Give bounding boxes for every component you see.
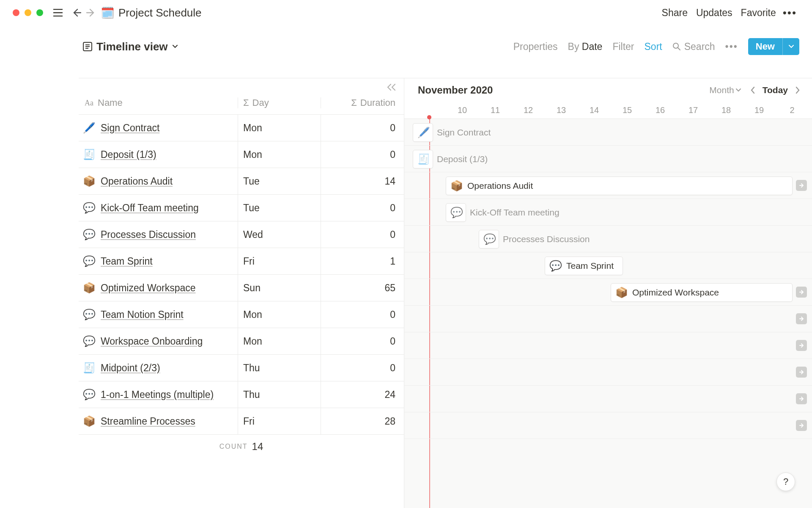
column-name[interactable]: Aa Name [79, 97, 238, 108]
timeline-row [404, 412, 812, 439]
properties-button[interactable]: Properties [513, 41, 558, 52]
search-button[interactable]: Search [672, 41, 715, 52]
task-day: Mon [238, 328, 321, 354]
task-title[interactable]: Operations Audit [101, 176, 173, 187]
timeline-bar[interactable]: 📦Operations Audit [446, 177, 793, 195]
timeline-bar[interactable]: 💬Processes Discussion [479, 230, 499, 248]
timeline-prev-icon[interactable] [750, 86, 755, 94]
date-cell[interactable]: 19 [743, 105, 776, 115]
timeline-next-icon[interactable] [796, 86, 800, 94]
offscreen-right-icon[interactable] [796, 313, 807, 324]
task-day: Mon [238, 141, 321, 168]
timeline-scale-selector[interactable]: Month [709, 85, 741, 95]
task-day: Sun [238, 275, 321, 301]
table-row[interactable]: 💬Team SprintFri1 [79, 248, 404, 275]
page-title[interactable]: Project Schedule [118, 6, 202, 19]
table-row[interactable]: 🖊️Sign ContractMon0 [79, 115, 404, 141]
task-title[interactable]: Sign Contract [101, 122, 159, 134]
share-button[interactable]: Share [658, 5, 692, 21]
column-day[interactable]: Σ Day [238, 97, 321, 108]
updates-button[interactable]: Updates [692, 5, 737, 21]
date-cell[interactable]: 18 [710, 105, 743, 115]
offscreen-right-icon[interactable] [796, 367, 807, 378]
date-cell[interactable]: 12 [512, 105, 545, 115]
date-cell[interactable]: 10 [446, 105, 479, 115]
timeline-bar-label: Optimized Workspace [632, 287, 719, 298]
offscreen-right-icon[interactable] [796, 420, 807, 431]
task-title[interactable]: 1-on-1 Meetings (multiple) [101, 389, 214, 400]
nav-forward-icon[interactable] [84, 6, 98, 20]
timeline-scale-label: Month [709, 85, 734, 95]
task-title[interactable]: Team Notion Sprint [101, 309, 184, 320]
table-row[interactable]: 💬1-on-1 Meetings (multiple)Thu24 [79, 381, 404, 408]
window-close-icon[interactable] [13, 9, 19, 16]
toolbar-more-icon[interactable]: ••• [725, 41, 738, 52]
timeline-bar-label: Sign Contract [437, 127, 491, 138]
content-split: Aa Name Σ Day Σ Duration 🖊️Sign Contract… [79, 78, 812, 508]
timeline-bar[interactable]: 📦Optimized Workspace [611, 283, 793, 302]
timeline-today-button[interactable]: Today [763, 85, 788, 95]
count-value: 14 [252, 441, 263, 453]
task-day: Fri [238, 248, 321, 274]
new-button-caret[interactable] [782, 38, 799, 55]
task-title[interactable]: Team Sprint [101, 256, 153, 267]
task-icon: 💬 [83, 335, 96, 347]
table-row[interactable]: 📦Operations AuditTue14 [79, 168, 404, 195]
filter-button[interactable]: Filter [612, 41, 634, 52]
timeline-body[interactable]: 🖊️Sign Contract🧾Deposit (1/3)📦Operations… [404, 119, 812, 439]
column-duration[interactable]: Σ Duration [321, 97, 404, 108]
task-icon: 🧾 [83, 362, 96, 374]
sort-button[interactable]: Sort [645, 41, 662, 52]
task-title[interactable]: Streamline Processes [101, 416, 195, 427]
sort-by-button[interactable]: By Date [568, 41, 603, 52]
offscreen-right-icon[interactable] [796, 340, 807, 351]
date-cell[interactable]: 16 [644, 105, 677, 115]
table-row[interactable]: 📦Streamline ProcessesFri28 [79, 408, 404, 435]
date-cell[interactable]: 2 [776, 105, 809, 115]
new-button-label[interactable]: New [748, 38, 782, 55]
offscreen-right-icon[interactable] [796, 393, 807, 404]
table-row[interactable]: 📦Optimized WorkspaceSun65 [79, 275, 404, 301]
task-title[interactable]: Optimized Workspace [101, 282, 196, 294]
more-menu-icon[interactable]: ••• [780, 6, 799, 19]
task-title[interactable]: Kick-Off Team meeting [101, 202, 199, 214]
task-title[interactable]: Processes Discussion [101, 229, 196, 240]
window-zoom-icon[interactable] [36, 9, 43, 16]
task-title[interactable]: Deposit (1/3) [101, 149, 156, 160]
timeline-bar[interactable]: 🧾Deposit (1/3) [413, 150, 433, 168]
table-row[interactable]: 🧾Midpoint (2/3)Thu0 [79, 355, 404, 381]
date-cell[interactable]: 11 [479, 105, 512, 115]
task-duration: 0 [321, 355, 404, 381]
menu-icon[interactable] [51, 6, 65, 20]
table-row[interactable]: 🧾Deposit (1/3)Mon0 [79, 141, 404, 168]
collapse-table-icon[interactable] [386, 83, 396, 91]
task-icon: 💬 [83, 255, 96, 267]
page-icon: 🗓️ [101, 6, 114, 19]
count-label: COUNT [219, 443, 248, 450]
date-cell[interactable]: 9 [413, 105, 446, 115]
date-cell[interactable]: 14 [578, 105, 611, 115]
view-selector[interactable]: Timeline view [83, 40, 178, 53]
timeline-bar[interactable]: 💬Kick-Off Team meeting [446, 203, 466, 222]
table-row[interactable]: 💬Team Notion SprintMon0 [79, 301, 404, 328]
offscreen-right-icon[interactable] [796, 287, 807, 298]
timeline-bar-label: Deposit (1/3) [437, 154, 488, 164]
table-row[interactable]: 💬Processes DiscussionWed0 [79, 221, 404, 248]
timeline-bar[interactable]: 🖊️Sign Contract [413, 123, 433, 142]
date-cell[interactable]: 13 [545, 105, 578, 115]
date-cell[interactable]: 17 [677, 105, 710, 115]
window-minimize-icon[interactable] [25, 9, 31, 16]
task-duration: 65 [321, 275, 404, 301]
task-icon: 📦 [450, 180, 463, 192]
table-row[interactable]: 💬Kick-Off Team meetingTue0 [79, 195, 404, 221]
task-title[interactable]: Workspace Onboarding [101, 336, 203, 347]
nav-back-icon[interactable] [69, 6, 84, 20]
table-row[interactable]: 💬Workspace OnboardingMon0 [79, 328, 404, 355]
offscreen-right-icon[interactable] [796, 180, 807, 191]
new-button[interactable]: New [748, 38, 799, 55]
task-title[interactable]: Midpoint (2/3) [101, 362, 160, 374]
timeline-bar[interactable]: 💬Team Sprint [545, 257, 623, 275]
date-cell[interactable]: 15 [611, 105, 644, 115]
favorite-button[interactable]: Favorite [737, 5, 780, 21]
help-button[interactable]: ? [776, 472, 795, 491]
